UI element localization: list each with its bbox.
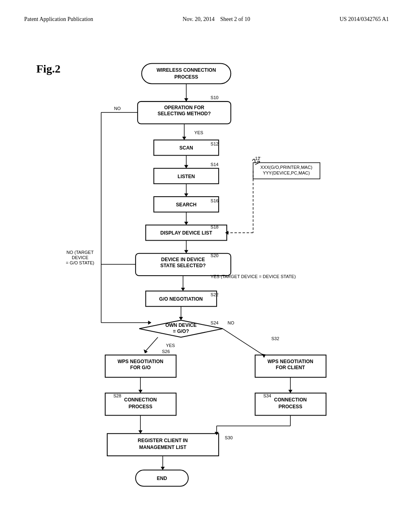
svg-marker-44 (184, 250, 188, 254)
page: Patent Application Publication Nov. 20, … (0, 0, 413, 532)
svg-marker-102 (161, 467, 165, 470)
svg-marker-86 (288, 390, 292, 393)
svg-text:FOR CLIENT: FOR CLIENT (276, 365, 305, 370)
svg-text:PROCESS: PROCESS (129, 404, 152, 409)
svg-text:END: END (157, 476, 167, 481)
svg-marker-13 (148, 320, 151, 324)
svg-line-67 (146, 337, 158, 351)
svg-text:S26: S26 (162, 349, 170, 354)
svg-marker-92 (138, 430, 142, 434)
svg-text:CONNECTION: CONNECTION (274, 397, 307, 403)
svg-marker-36 (184, 222, 188, 225)
svg-text:YES: YES (166, 343, 175, 348)
svg-text:WPS NEGOTIATION: WPS NEGOTIATION (117, 359, 163, 364)
svg-text:G/O NEGOTIATION: G/O NEGOTIATION (159, 296, 203, 302)
svg-text:YES (TARGET DEVICE = DEVICE ST: YES (TARGET DEVICE = DEVICE STATE) (211, 274, 296, 279)
header-date: Nov. 20, 2014 (183, 16, 215, 22)
svg-rect-0 (142, 63, 231, 83)
svg-text:S24: S24 (211, 321, 219, 326)
svg-text:REGISTER CLIENT IN: REGISTER CLIENT IN (138, 438, 188, 443)
svg-line-71 (223, 329, 263, 355)
svg-marker-72 (262, 354, 266, 358)
header-center: Nov. 20, 2014 Sheet 2 of 10 (183, 16, 250, 23)
svg-text:LISTEN: LISTEN (177, 174, 195, 179)
svg-marker-80 (138, 390, 142, 393)
page-header: Patent Application Publication Nov. 20, … (24, 16, 389, 23)
svg-text:S16: S16 (211, 198, 219, 203)
svg-text:XXX(G/O,PRINTER,MAC): XXX(G/O,PRINTER,MAC) (260, 165, 312, 170)
svg-marker-15 (182, 137, 186, 140)
svg-text:S22: S22 (211, 292, 219, 297)
svg-text:CONNECTION: CONNECTION (124, 397, 157, 403)
svg-text:= G/O?: = G/O? (173, 328, 189, 334)
svg-text:PROCESS: PROCESS (279, 404, 302, 409)
svg-text:S32: S32 (271, 336, 280, 341)
svg-text:S10: S10 (211, 95, 219, 100)
svg-text:DEVICE: DEVICE (72, 255, 88, 260)
svg-text:S28: S28 (113, 393, 121, 398)
svg-text:S12: S12 (211, 141, 219, 146)
svg-marker-4 (184, 98, 188, 102)
svg-marker-60 (179, 317, 183, 320)
svg-text:S34: S34 (263, 393, 271, 398)
svg-text:DISPLAY DEVICE LIST: DISPLAY DEVICE LIST (160, 230, 212, 236)
svg-text:⌒: ⌒ (257, 156, 263, 162)
svg-text:YES: YES (194, 130, 203, 135)
svg-text:MANAGEMENT LIST: MANAGEMENT LIST (139, 445, 187, 450)
svg-text:FOR G/O: FOR G/O (130, 365, 151, 370)
svg-text:SEARCH: SEARCH (176, 202, 196, 208)
diagram-area: WIRELESS CONNECTION PROCESS S10 OPERATIO… (36, 56, 377, 508)
svg-text:OPERATION FOR: OPERATION FOR (164, 105, 204, 110)
svg-text:PROCESS: PROCESS (174, 74, 198, 80)
svg-text:WIRELESS CONNECTION: WIRELESS CONNECTION (156, 67, 216, 73)
svg-marker-21 (184, 165, 188, 168)
svg-text:S30: S30 (225, 435, 233, 440)
svg-text:STATE SELECTED?: STATE SELECTED? (160, 263, 206, 268)
svg-text:DEVICE IN DEVICE: DEVICE IN DEVICE (161, 257, 204, 262)
svg-text:YYY(DEVICE,PC,MAC): YYY(DEVICE,PC,MAC) (263, 170, 310, 175)
svg-marker-68 (144, 349, 148, 353)
svg-marker-55 (181, 288, 185, 291)
svg-text:NO (TARGET: NO (TARGET (67, 250, 94, 255)
svg-text:OWN DEVICE: OWN DEVICE (165, 322, 197, 328)
header-sheet: Sheet 2 of 10 (220, 16, 250, 22)
svg-text:NO: NO (227, 321, 234, 326)
svg-text:SCAN: SCAN (179, 145, 193, 151)
flowchart-svg: WIRELESS CONNECTION PROCESS S10 OPERATIO… (36, 56, 377, 508)
svg-text:= G/O STATE): = G/O STATE) (66, 260, 94, 265)
svg-text:SELECTING METHOD?: SELECTING METHOD? (158, 111, 211, 116)
svg-text:S14: S14 (211, 162, 219, 167)
svg-marker-31 (184, 193, 188, 197)
svg-text:NO: NO (114, 106, 121, 111)
header-left: Patent Application Publication (24, 16, 93, 23)
svg-text:WPS NEGOTIATION: WPS NEGOTIATION (267, 359, 313, 364)
header-right: US 2014/0342765 A1 (340, 16, 389, 23)
